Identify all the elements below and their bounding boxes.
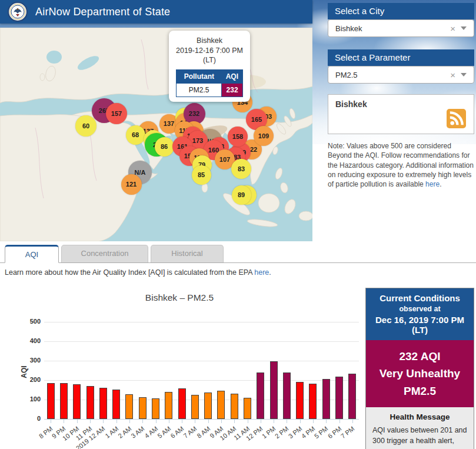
chart-bar-10-AM: [231, 394, 238, 419]
parameter-clear-icon[interactable]: ×: [445, 70, 461, 80]
map-marker-157[interactable]: 157: [106, 103, 127, 124]
gridline: [44, 380, 359, 381]
tab-historical[interactable]: Historical: [151, 245, 224, 262]
popup-aqi-value: 232: [222, 83, 243, 97]
conditions-aqi-value: 232 AQI: [368, 348, 471, 365]
parameter-select-value: PM2.5: [328, 71, 445, 79]
y-tick-label: 200: [22, 376, 41, 383]
chart-bar-6-PM: [335, 377, 343, 419]
parameter-select[interactable]: PM2.5 ×: [328, 66, 474, 84]
tabs: AQIConcentrationHistorical: [5, 245, 224, 263]
conditions-aqi-category: Very Unhealthy: [368, 365, 471, 382]
y-tick-label: 100: [22, 395, 41, 403]
y-tick-label: 500: [22, 318, 41, 325]
chart-bar-8-AM: [204, 393, 212, 419]
popup-city: Bishkek: [197, 36, 222, 45]
map-marker-68[interactable]: 68: [126, 125, 145, 145]
x-tick-mark: [274, 420, 274, 423]
tab-aqi[interactable]: AQI: [5, 245, 59, 263]
map-marker-89[interactable]: 89: [232, 185, 251, 205]
chart-bar-3-AM: [139, 397, 147, 419]
chart-bar-9-PM: [60, 383, 68, 419]
feed-city-title: Bishkek: [335, 99, 367, 109]
conditions-title: Current Conditions: [368, 293, 471, 303]
app-header: AirNow Department of State: [0, 0, 312, 24]
map-marker-85[interactable]: 85: [192, 165, 211, 185]
chart-bar-8-PM: [47, 383, 55, 419]
gridline: [44, 361, 359, 361]
x-tick-mark: [129, 420, 130, 423]
y-tick-label: 300: [22, 357, 41, 364]
x-tick-mark: [221, 420, 222, 423]
gridline: [44, 341, 359, 342]
chart-bar-5-AM: [165, 392, 172, 419]
x-tick-mark: [261, 420, 261, 423]
learn-more-period: .: [269, 268, 271, 277]
chart-bar-4-PM: [309, 384, 317, 419]
chart-plot: 01002003004005008 PM9 PM10 PM11 PM2019 1…: [44, 322, 359, 420]
city-feed-box: Bishkek: [328, 94, 474, 134]
health-message-block: Health Message AQI values between 201 an…: [366, 407, 474, 449]
conditions-header: Current Conditions observed at Dec 16, 2…: [366, 288, 474, 340]
map-popup: Bishkek 2019-12-16 7:00 PM (LT) Pollutan…: [169, 31, 250, 102]
learn-more-text: Learn more about how the Air Quality Ind…: [5, 268, 271, 277]
x-tick-mark: [339, 420, 340, 423]
chart-bar-2019-12-AM: [99, 388, 107, 419]
chart-bar-3-PM: [296, 382, 304, 419]
x-tick-mark: [195, 420, 195, 423]
select-parameter-header: Select a Parameter: [328, 49, 474, 66]
conditions-aqi-block: 232 AQI Very Unhealthy PM2.5: [366, 340, 474, 407]
chart-bar-11-AM: [244, 398, 251, 419]
x-tick-mark: [326, 420, 327, 423]
chart-bar-1-AM: [112, 390, 120, 419]
x-tick-mark: [287, 420, 287, 423]
x-tick-mark: [142, 420, 143, 423]
chart-bar-10-PM: [73, 384, 81, 419]
popup-city-datetime: Bishkek 2019-12-16 7:00 PM (LT): [172, 36, 247, 65]
conditions-datetime: Dec 16, 2019 7:00 PM (LT): [368, 315, 471, 335]
note-text: Note: Values above 500 are considered Be…: [328, 142, 474, 188]
note-period: .: [440, 180, 441, 188]
map-marker-109[interactable]: 109: [254, 126, 274, 146]
chart-bar-6-AM: [178, 388, 186, 419]
city-clear-icon[interactable]: ×: [445, 24, 461, 34]
popup-table: Pollutant AQI PM2.5 232: [176, 69, 243, 97]
chart-bar-2-PM: [283, 372, 291, 419]
x-tick-mark: [64, 420, 64, 423]
y-tick-label: 400: [22, 337, 41, 344]
beyond-aqi-note: Note: Values above 500 are considered Be…: [328, 141, 475, 189]
x-tick-mark: [208, 420, 209, 423]
chart-bar-7-AM: [191, 395, 199, 419]
city-dropdown-arrow-icon[interactable]: [461, 26, 467, 30]
map-marker-121[interactable]: 121: [121, 174, 142, 195]
x-tick-mark: [51, 420, 51, 423]
map-marker-86[interactable]: 86: [155, 137, 174, 157]
x-tick-mark: [90, 420, 91, 423]
note-here-link[interactable]: here: [425, 180, 440, 188]
x-tick-mark: [116, 420, 117, 423]
chart-bar-12-PM: [257, 372, 264, 419]
x-tick-mark: [182, 420, 182, 423]
x-tick-mark: [352, 420, 353, 423]
x-tick-mark: [77, 420, 78, 423]
conditions-observed-at: observed at: [368, 305, 471, 313]
map-marker-158[interactable]: 158: [228, 127, 248, 147]
learn-more-here-link[interactable]: here: [254, 268, 269, 277]
aqi-map[interactable]: 6026515713713768782386N/A121751462321191…: [0, 28, 312, 241]
learn-more-body: Learn more about how the Air Quality Ind…: [5, 268, 254, 277]
chart-bar-5-PM: [322, 379, 330, 419]
chart-bar-9-AM: [217, 391, 225, 419]
popup-datetime: 2019-12-16 7:00 PM (LT): [176, 46, 243, 65]
popup-col-aqi: AQI: [222, 69, 243, 83]
map-marker-60[interactable]: 60: [75, 115, 96, 137]
x-tick-mark: [248, 420, 248, 423]
y-tick-label: 0: [22, 415, 41, 422]
map-marker-83[interactable]: 83: [231, 159, 251, 179]
rss-feed-icon[interactable]: [447, 109, 466, 128]
tab-concentration[interactable]: Concentration: [61, 245, 148, 262]
health-message-text: AQI values between 201 and 300 trigger a…: [372, 425, 467, 449]
x-tick-mark: [103, 420, 104, 423]
x-tick-mark: [156, 420, 157, 423]
city-select[interactable]: Bishkek ×: [328, 19, 474, 37]
parameter-dropdown-arrow-icon[interactable]: [461, 73, 467, 77]
